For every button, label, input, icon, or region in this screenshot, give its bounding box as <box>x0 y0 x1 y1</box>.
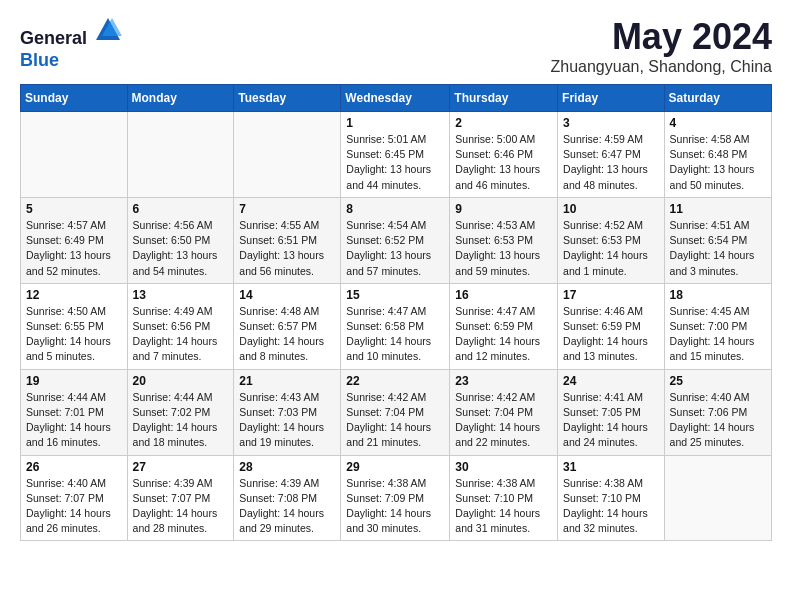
day-info: Sunrise: 4:44 AM Sunset: 7:02 PM Dayligh… <box>133 390 229 451</box>
calendar-day-cell: 30Sunrise: 4:38 AM Sunset: 7:10 PM Dayli… <box>450 455 558 541</box>
day-info: Sunrise: 4:52 AM Sunset: 6:53 PM Dayligh… <box>563 218 659 279</box>
title-block: May 2024 Zhuangyuan, Shandong, China <box>550 16 772 76</box>
page-header: General Blue May 2024 Zhuangyuan, Shando… <box>0 0 792 84</box>
calendar-week-row: 5Sunrise: 4:57 AM Sunset: 6:49 PM Daylig… <box>21 197 772 283</box>
day-info: Sunrise: 4:38 AM Sunset: 7:09 PM Dayligh… <box>346 476 444 537</box>
day-number: 28 <box>239 460 335 474</box>
calendar-day-cell: 6Sunrise: 4:56 AM Sunset: 6:50 PM Daylig… <box>127 197 234 283</box>
day-number: 17 <box>563 288 659 302</box>
day-number: 31 <box>563 460 659 474</box>
day-number: 15 <box>346 288 444 302</box>
calendar-day-cell: 20Sunrise: 4:44 AM Sunset: 7:02 PM Dayli… <box>127 369 234 455</box>
day-info: Sunrise: 4:59 AM Sunset: 6:47 PM Dayligh… <box>563 132 659 193</box>
calendar-day-cell: 29Sunrise: 4:38 AM Sunset: 7:09 PM Dayli… <box>341 455 450 541</box>
day-info: Sunrise: 4:38 AM Sunset: 7:10 PM Dayligh… <box>563 476 659 537</box>
calendar-day-cell: 28Sunrise: 4:39 AM Sunset: 7:08 PM Dayli… <box>234 455 341 541</box>
calendar-day-cell: 1Sunrise: 5:01 AM Sunset: 6:45 PM Daylig… <box>341 112 450 198</box>
day-number: 24 <box>563 374 659 388</box>
day-number: 29 <box>346 460 444 474</box>
calendar-day-cell: 7Sunrise: 4:55 AM Sunset: 6:51 PM Daylig… <box>234 197 341 283</box>
day-number: 5 <box>26 202 122 216</box>
day-of-week-header: Sunday <box>21 85 128 112</box>
day-number: 1 <box>346 116 444 130</box>
day-info: Sunrise: 4:56 AM Sunset: 6:50 PM Dayligh… <box>133 218 229 279</box>
day-info: Sunrise: 4:58 AM Sunset: 6:48 PM Dayligh… <box>670 132 766 193</box>
calendar-day-cell <box>127 112 234 198</box>
day-number: 18 <box>670 288 766 302</box>
calendar-day-cell <box>234 112 341 198</box>
day-of-week-header: Monday <box>127 85 234 112</box>
day-info: Sunrise: 4:47 AM Sunset: 6:59 PM Dayligh… <box>455 304 552 365</box>
calendar-day-cell: 22Sunrise: 4:42 AM Sunset: 7:04 PM Dayli… <box>341 369 450 455</box>
day-of-week-header: Saturday <box>664 85 771 112</box>
calendar-day-cell: 5Sunrise: 4:57 AM Sunset: 6:49 PM Daylig… <box>21 197 128 283</box>
day-number: 12 <box>26 288 122 302</box>
day-number: 25 <box>670 374 766 388</box>
calendar-day-cell: 2Sunrise: 5:00 AM Sunset: 6:46 PM Daylig… <box>450 112 558 198</box>
day-info: Sunrise: 4:39 AM Sunset: 7:08 PM Dayligh… <box>239 476 335 537</box>
calendar-table: SundayMondayTuesdayWednesdayThursdayFrid… <box>20 84 772 541</box>
calendar-day-cell: 16Sunrise: 4:47 AM Sunset: 6:59 PM Dayli… <box>450 283 558 369</box>
day-number: 13 <box>133 288 229 302</box>
calendar-day-cell: 12Sunrise: 4:50 AM Sunset: 6:55 PM Dayli… <box>21 283 128 369</box>
day-info: Sunrise: 4:38 AM Sunset: 7:10 PM Dayligh… <box>455 476 552 537</box>
day-info: Sunrise: 4:46 AM Sunset: 6:59 PM Dayligh… <box>563 304 659 365</box>
day-number: 30 <box>455 460 552 474</box>
day-info: Sunrise: 4:43 AM Sunset: 7:03 PM Dayligh… <box>239 390 335 451</box>
day-number: 19 <box>26 374 122 388</box>
main-title: May 2024 <box>550 16 772 58</box>
day-info: Sunrise: 5:01 AM Sunset: 6:45 PM Dayligh… <box>346 132 444 193</box>
calendar-week-row: 1Sunrise: 5:01 AM Sunset: 6:45 PM Daylig… <box>21 112 772 198</box>
day-number: 8 <box>346 202 444 216</box>
day-info: Sunrise: 4:55 AM Sunset: 6:51 PM Dayligh… <box>239 218 335 279</box>
day-number: 10 <box>563 202 659 216</box>
calendar-week-row: 26Sunrise: 4:40 AM Sunset: 7:07 PM Dayli… <box>21 455 772 541</box>
day-number: 16 <box>455 288 552 302</box>
calendar-day-cell: 13Sunrise: 4:49 AM Sunset: 6:56 PM Dayli… <box>127 283 234 369</box>
calendar-day-cell: 19Sunrise: 4:44 AM Sunset: 7:01 PM Dayli… <box>21 369 128 455</box>
day-info: Sunrise: 4:42 AM Sunset: 7:04 PM Dayligh… <box>455 390 552 451</box>
day-info: Sunrise: 4:50 AM Sunset: 6:55 PM Dayligh… <box>26 304 122 365</box>
day-of-week-header: Tuesday <box>234 85 341 112</box>
day-of-week-header: Friday <box>558 85 665 112</box>
day-info: Sunrise: 5:00 AM Sunset: 6:46 PM Dayligh… <box>455 132 552 193</box>
day-number: 20 <box>133 374 229 388</box>
calendar-wrapper: SundayMondayTuesdayWednesdayThursdayFrid… <box>0 84 792 551</box>
day-number: 2 <box>455 116 552 130</box>
day-of-week-header: Thursday <box>450 85 558 112</box>
calendar-week-row: 12Sunrise: 4:50 AM Sunset: 6:55 PM Dayli… <box>21 283 772 369</box>
logo-general: General <box>20 28 87 48</box>
calendar-header-row: SundayMondayTuesdayWednesdayThursdayFrid… <box>21 85 772 112</box>
day-info: Sunrise: 4:49 AM Sunset: 6:56 PM Dayligh… <box>133 304 229 365</box>
calendar-day-cell: 24Sunrise: 4:41 AM Sunset: 7:05 PM Dayli… <box>558 369 665 455</box>
day-number: 27 <box>133 460 229 474</box>
calendar-day-cell: 11Sunrise: 4:51 AM Sunset: 6:54 PM Dayli… <box>664 197 771 283</box>
calendar-day-cell: 8Sunrise: 4:54 AM Sunset: 6:52 PM Daylig… <box>341 197 450 283</box>
day-info: Sunrise: 4:57 AM Sunset: 6:49 PM Dayligh… <box>26 218 122 279</box>
day-info: Sunrise: 4:47 AM Sunset: 6:58 PM Dayligh… <box>346 304 444 365</box>
day-number: 3 <box>563 116 659 130</box>
day-number: 7 <box>239 202 335 216</box>
calendar-day-cell: 26Sunrise: 4:40 AM Sunset: 7:07 PM Dayli… <box>21 455 128 541</box>
day-number: 26 <box>26 460 122 474</box>
day-info: Sunrise: 4:40 AM Sunset: 7:07 PM Dayligh… <box>26 476 122 537</box>
calendar-week-row: 19Sunrise: 4:44 AM Sunset: 7:01 PM Dayli… <box>21 369 772 455</box>
day-info: Sunrise: 4:39 AM Sunset: 7:07 PM Dayligh… <box>133 476 229 537</box>
day-number: 6 <box>133 202 229 216</box>
calendar-day-cell: 25Sunrise: 4:40 AM Sunset: 7:06 PM Dayli… <box>664 369 771 455</box>
calendar-day-cell: 14Sunrise: 4:48 AM Sunset: 6:57 PM Dayli… <box>234 283 341 369</box>
calendar-day-cell: 17Sunrise: 4:46 AM Sunset: 6:59 PM Dayli… <box>558 283 665 369</box>
day-of-week-header: Wednesday <box>341 85 450 112</box>
day-number: 23 <box>455 374 552 388</box>
day-number: 14 <box>239 288 335 302</box>
logo: General Blue <box>20 16 122 71</box>
day-info: Sunrise: 4:40 AM Sunset: 7:06 PM Dayligh… <box>670 390 766 451</box>
calendar-day-cell: 9Sunrise: 4:53 AM Sunset: 6:53 PM Daylig… <box>450 197 558 283</box>
day-info: Sunrise: 4:45 AM Sunset: 7:00 PM Dayligh… <box>670 304 766 365</box>
day-number: 21 <box>239 374 335 388</box>
day-number: 9 <box>455 202 552 216</box>
calendar-day-cell: 18Sunrise: 4:45 AM Sunset: 7:00 PM Dayli… <box>664 283 771 369</box>
calendar-day-cell: 15Sunrise: 4:47 AM Sunset: 6:58 PM Dayli… <box>341 283 450 369</box>
calendar-day-cell: 27Sunrise: 4:39 AM Sunset: 7:07 PM Dayli… <box>127 455 234 541</box>
calendar-day-cell: 21Sunrise: 4:43 AM Sunset: 7:03 PM Dayli… <box>234 369 341 455</box>
